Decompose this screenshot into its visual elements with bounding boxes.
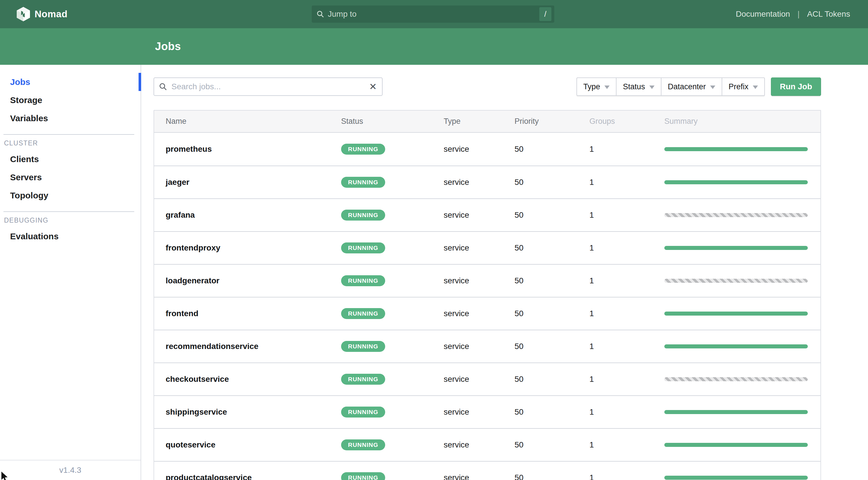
search-icon xyxy=(316,10,324,18)
job-name: loadgenerator xyxy=(166,276,219,285)
sidebar-item-variables[interactable]: Variables xyxy=(0,109,141,127)
job-priority-cell: 50 xyxy=(515,440,589,449)
job-status-cell: RUNNING xyxy=(341,341,444,352)
job-name-cell: grafana xyxy=(154,211,341,220)
job-name: productcatalogservice xyxy=(166,473,252,480)
column-header-type[interactable]: Type xyxy=(444,117,515,126)
filter-label: Prefix xyxy=(728,82,748,91)
sidebar: JobsStorageVariables CLUSTERClientsServe… xyxy=(0,65,141,480)
filter-dropdown-type[interactable]: Type xyxy=(577,77,617,96)
search-jobs-input[interactable] xyxy=(172,82,369,91)
job-priority-cell: 50 xyxy=(515,178,589,187)
sidebar-item-jobs[interactable]: Jobs xyxy=(0,73,141,91)
clear-search-button[interactable]: ✕ xyxy=(369,82,377,91)
job-name-cell: quoteservice xyxy=(154,440,341,449)
job-name-cell: prometheus xyxy=(154,145,341,154)
job-priority-cell: 50 xyxy=(515,211,589,220)
job-priority-cell: 50 xyxy=(515,276,589,285)
top-nav-links: Documentation | ACL Tokens xyxy=(736,9,850,19)
job-priority-cell: 50 xyxy=(515,145,589,154)
job-status-cell: RUNNING xyxy=(341,308,444,319)
job-name: checkoutservice xyxy=(166,375,229,384)
summary-bar xyxy=(664,147,808,151)
job-summary-cell xyxy=(664,279,820,283)
job-summary-cell xyxy=(664,180,820,184)
active-indicator xyxy=(138,73,141,91)
filter-dropdown-status[interactable]: Status xyxy=(617,77,661,96)
column-header-priority[interactable]: Priority xyxy=(515,117,589,126)
jump-to-placeholder: Jump to xyxy=(328,9,539,19)
jobs-toolbar: ✕ TypeStatusDatacenterPrefix Run Job xyxy=(154,77,821,96)
job-summary-cell xyxy=(664,147,820,151)
job-status-cell: RUNNING xyxy=(341,472,444,480)
table-row[interactable]: quoteserviceRUNNINGservice501 xyxy=(154,428,820,461)
job-groups-cell: 1 xyxy=(589,440,664,449)
job-name: shippingservice xyxy=(166,408,227,416)
table-row[interactable]: recommendationserviceRUNNINGservice501 xyxy=(154,330,820,362)
job-summary-cell xyxy=(664,344,820,348)
sidebar-item-clients[interactable]: Clients xyxy=(0,150,141,168)
job-status-cell: RUNNING xyxy=(341,243,444,253)
table-row[interactable]: grafanaRUNNINGservice501 xyxy=(154,198,820,231)
job-name-cell: frontend xyxy=(154,309,341,318)
sidebar-item-storage[interactable]: Storage xyxy=(0,91,141,109)
job-groups-cell: 1 xyxy=(589,145,664,154)
job-type-cell: service xyxy=(444,440,515,449)
run-job-button[interactable]: Run Job xyxy=(771,77,821,96)
table-row[interactable]: shippingserviceRUNNINGservice501 xyxy=(154,395,820,428)
table-row[interactable]: prometheusRUNNINGservice501 xyxy=(154,133,820,166)
sidebar-item-servers[interactable]: Servers xyxy=(0,168,141,186)
search-jobs-box[interactable]: ✕ xyxy=(154,77,382,96)
documentation-link[interactable]: Documentation xyxy=(736,9,790,19)
sidebar-item-evaluations[interactable]: Evaluations xyxy=(0,227,141,245)
summary-bar xyxy=(664,312,808,316)
table-row[interactable]: frontendproxyRUNNINGservice501 xyxy=(154,231,820,264)
summary-bar xyxy=(664,476,808,480)
status-badge: RUNNING xyxy=(341,275,385,286)
top-nav: Nomad Jump to / Documentation | ACL Toke… xyxy=(0,0,868,28)
filter-label: Status xyxy=(623,82,645,91)
summary-bar xyxy=(664,377,808,381)
table-row[interactable]: checkoutserviceRUNNINGservice501 xyxy=(154,362,820,395)
summary-bar xyxy=(664,344,808,348)
column-header-name[interactable]: Name xyxy=(154,117,341,126)
slash-shortcut-key: / xyxy=(539,7,551,21)
sidebar-section-list: Evaluations xyxy=(0,227,141,245)
filter-dropdown-datacenter[interactable]: Datacenter xyxy=(661,77,722,96)
column-header-groups: Groups xyxy=(589,117,664,126)
job-summary-cell xyxy=(664,312,820,316)
job-summary-cell xyxy=(664,246,820,250)
job-status-cell: RUNNING xyxy=(341,407,444,418)
job-name-cell: productcatalogservice xyxy=(154,473,341,480)
jump-to-search[interactable]: Jump to / xyxy=(312,5,554,23)
job-status-cell: RUNNING xyxy=(341,144,444,155)
job-name-cell: loadgenerator xyxy=(154,276,341,285)
sidebar-divider xyxy=(3,134,134,135)
filter-label: Datacenter xyxy=(668,82,706,91)
table-row[interactable]: productcatalogserviceRUNNINGservice501 xyxy=(154,461,820,480)
job-groups-cell: 1 xyxy=(589,309,664,318)
page-header: Jobs xyxy=(0,28,868,65)
job-type-cell: service xyxy=(444,276,515,285)
status-badge: RUNNING xyxy=(341,210,385,221)
job-name-cell: checkoutservice xyxy=(154,375,341,384)
acl-tokens-link[interactable]: ACL Tokens xyxy=(807,9,850,19)
job-status-cell: RUNNING xyxy=(341,439,444,450)
column-header-status[interactable]: Status xyxy=(341,117,444,126)
table-row[interactable]: frontendRUNNINGservice501 xyxy=(154,297,820,330)
sidebar-item-topology[interactable]: Topology xyxy=(0,186,141,204)
job-status-cell: RUNNING xyxy=(341,275,444,286)
filter-dropdown-prefix[interactable]: Prefix xyxy=(722,77,765,96)
status-badge: RUNNING xyxy=(341,407,385,418)
table-row[interactable]: loadgeneratorRUNNINGservice501 xyxy=(154,264,820,297)
job-name-cell: recommendationservice xyxy=(154,342,341,351)
job-groups-cell: 1 xyxy=(589,178,664,187)
close-icon: ✕ xyxy=(369,82,377,92)
job-priority-cell: 50 xyxy=(515,309,589,318)
job-type-cell: service xyxy=(444,375,515,384)
status-badge: RUNNING xyxy=(341,308,385,319)
summary-bar xyxy=(664,246,808,250)
sidebar-section-heading: CLUSTER xyxy=(4,139,141,147)
job-name: prometheus xyxy=(166,145,212,154)
table-row[interactable]: jaegerRUNNINGservice501 xyxy=(154,166,820,198)
